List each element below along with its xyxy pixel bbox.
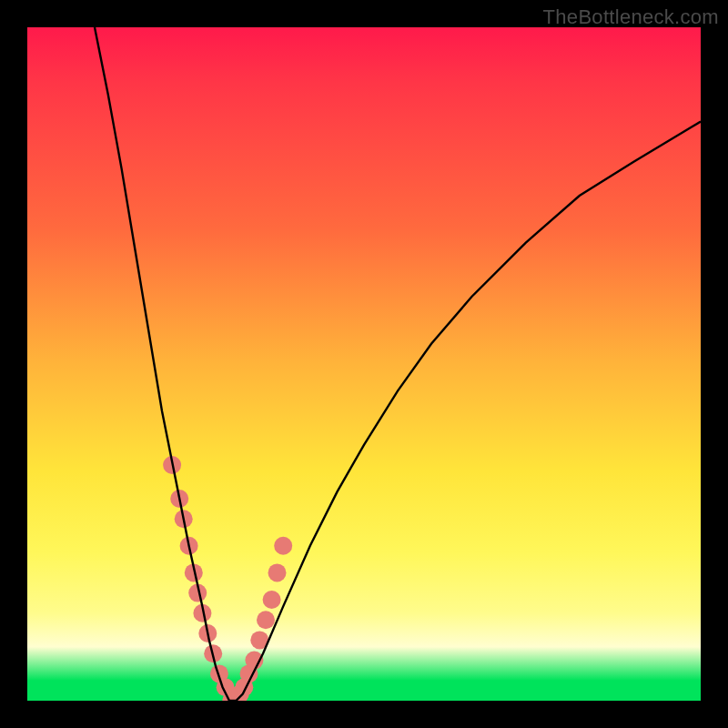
bottleneck-curve-path	[95, 27, 701, 701]
marker-dot	[263, 591, 281, 609]
curve-svg	[27, 27, 701, 701]
chart-frame: TheBottleneck.com	[0, 0, 728, 728]
watermark-text: TheBottleneck.com	[543, 5, 719, 29]
marker-dot	[274, 537, 292, 555]
marker-dot	[257, 611, 275, 629]
plot-area	[27, 27, 701, 701]
marker-dot	[268, 563, 287, 581]
marker-group	[163, 456, 292, 701]
